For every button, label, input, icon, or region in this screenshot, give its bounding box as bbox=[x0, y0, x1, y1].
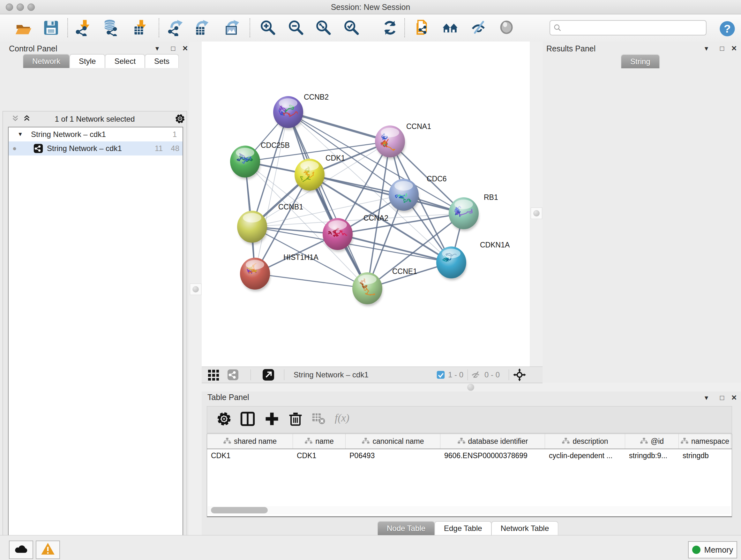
table-panel-float-icon[interactable]: □ bbox=[720, 392, 724, 403]
zoom-fit-icon[interactable] bbox=[315, 19, 332, 36]
network-node-CCNE1[interactable] bbox=[352, 272, 383, 306]
import-network-database-icon[interactable] bbox=[103, 19, 119, 36]
left-splitter-handle[interactable] bbox=[190, 284, 201, 295]
function-builder-icon[interactable]: f(x) bbox=[335, 412, 351, 429]
column-header-canonical-name[interactable]: canonical name bbox=[346, 434, 441, 449]
network-node-CDC25B[interactable] bbox=[230, 145, 260, 179]
network-row[interactable]: ● String Network – cdk1 11 48 bbox=[9, 141, 183, 155]
results-panel-menu-icon[interactable]: ▾ bbox=[704, 43, 708, 54]
network-node-CDC6[interactable] bbox=[389, 179, 419, 212]
node-label-CDC6: CDC6 bbox=[427, 175, 447, 183]
zoom-selected-icon[interactable] bbox=[343, 19, 360, 36]
create-column-icon[interactable] bbox=[264, 411, 280, 428]
results-panel-float-icon[interactable]: □ bbox=[720, 43, 724, 54]
network-edge bbox=[255, 273, 367, 288]
collection-expand-icon[interactable]: ▼ bbox=[17, 127, 23, 141]
tab-network[interactable]: Network bbox=[23, 54, 70, 68]
right-splitter[interactable] bbox=[530, 42, 542, 367]
memory-status-dot-icon bbox=[692, 546, 700, 554]
table-cell: stringdb bbox=[679, 449, 731, 462]
open-session-icon[interactable] bbox=[15, 19, 31, 36]
table-panel-menu-icon[interactable]: ▾ bbox=[704, 392, 708, 403]
network-current-dot-icon: ● bbox=[12, 141, 17, 155]
cloud-status-button[interactable] bbox=[9, 541, 33, 559]
search-box bbox=[549, 20, 706, 36]
tab-select[interactable]: Select bbox=[105, 54, 145, 68]
selected-node-edge-counts: 1 - 0 bbox=[448, 367, 463, 383]
node-label-RB1: RB1 bbox=[484, 193, 498, 201]
refresh-icon[interactable] bbox=[382, 19, 398, 36]
network-badge-icon[interactable] bbox=[227, 369, 239, 382]
birds-eye-view-icon[interactable] bbox=[207, 369, 219, 382]
column-header-label: namespace bbox=[691, 437, 729, 446]
table-options-gear-icon[interactable] bbox=[216, 411, 232, 428]
export-table-icon[interactable] bbox=[194, 19, 210, 36]
zoom-out-icon[interactable] bbox=[288, 19, 305, 36]
network-node-CDKN1A[interactable] bbox=[436, 246, 467, 280]
tab-style[interactable]: Style bbox=[70, 54, 105, 68]
table-tabs: Node Table Edge Table Network Table bbox=[378, 521, 558, 535]
network-panel: 1 of 1 Network selected ▼ String Network… bbox=[3, 111, 187, 560]
tab-network-table[interactable]: Network Table bbox=[491, 521, 558, 535]
selected-checkbox-icon[interactable] bbox=[436, 371, 445, 380]
first-neighbors-icon[interactable] bbox=[442, 19, 459, 36]
network-node-RB1[interactable] bbox=[449, 197, 479, 231]
column-header-description[interactable]: description bbox=[545, 434, 625, 449]
import-network-file-icon[interactable] bbox=[75, 19, 91, 36]
import-table-file-icon[interactable] bbox=[131, 19, 148, 36]
search-input[interactable] bbox=[549, 20, 706, 36]
column-header-shared-name[interactable]: shared name bbox=[207, 434, 293, 449]
help-icon[interactable]: ? bbox=[719, 20, 736, 37]
network-node-CCNB1[interactable] bbox=[237, 211, 267, 245]
delete-column-icon[interactable] bbox=[287, 411, 304, 428]
tab-edge-table[interactable]: Edge Table bbox=[434, 521, 491, 535]
fit-content-crosshair-icon[interactable] bbox=[513, 368, 526, 382]
node-label-CCNA2: CCNA2 bbox=[363, 214, 388, 222]
column-header-name[interactable]: name bbox=[293, 434, 346, 449]
export-network-icon[interactable] bbox=[168, 19, 185, 36]
zoom-in-icon[interactable] bbox=[260, 19, 276, 36]
show-all-icon[interactable] bbox=[499, 19, 516, 36]
table-row[interactable]: CDK1CDK1P064939606.ENSP00000378699cyclin… bbox=[207, 449, 732, 462]
right-splitter-handle[interactable] bbox=[531, 207, 542, 219]
export-image-icon[interactable] bbox=[224, 19, 241, 36]
results-panel-close-icon[interactable]: ✕ bbox=[731, 43, 737, 54]
horizontal-splitter[interactable] bbox=[202, 383, 741, 391]
left-splitter[interactable] bbox=[189, 42, 202, 535]
memory-button[interactable]: Memory bbox=[688, 541, 737, 558]
node-label-CDK1: CDK1 bbox=[326, 154, 345, 162]
network-node-CCNB2[interactable] bbox=[273, 96, 304, 130]
horizontal-splitter-handle[interactable] bbox=[467, 384, 474, 391]
save-session-icon[interactable] bbox=[43, 19, 59, 36]
network-collection-row[interactable]: ▼ String Network – cdk1 1 bbox=[9, 127, 183, 141]
network-node-HIST1H1A[interactable] bbox=[240, 258, 270, 292]
network-view-title: String Network – cdk1 bbox=[293, 367, 368, 383]
column-header-namespace[interactable]: namespace bbox=[679, 434, 731, 449]
show-columns-icon[interactable] bbox=[240, 411, 256, 428]
open-in-window-icon[interactable] bbox=[262, 369, 274, 382]
clear-table-icon[interactable] bbox=[312, 411, 328, 428]
column-header--id[interactable]: @id bbox=[625, 434, 679, 449]
column-header-label: shared name bbox=[234, 437, 277, 446]
control-panel-menu-icon[interactable]: ▾ bbox=[155, 43, 159, 54]
network-node-CDK1[interactable] bbox=[294, 159, 325, 192]
table-panel-close-icon[interactable]: ✕ bbox=[731, 392, 737, 403]
warnings-button[interactable] bbox=[36, 541, 60, 559]
node-label-CDC25B: CDC25B bbox=[261, 141, 290, 149]
column-header-database-identifier[interactable]: database identifier bbox=[441, 434, 545, 449]
hide-selected-icon[interactable] bbox=[471, 19, 487, 36]
network-options-gear-icon[interactable] bbox=[175, 113, 185, 125]
tab-sets[interactable]: Sets bbox=[145, 54, 179, 68]
tab-node-table[interactable]: Node Table bbox=[378, 521, 434, 535]
string-import-icon[interactable] bbox=[415, 19, 432, 36]
network-canvas[interactable]: CCNB2CCNA1CDC25BCDK1CDC6RB1CCNB1CCNA2CDK… bbox=[202, 42, 530, 367]
network-edge bbox=[255, 112, 288, 273]
node-label-CCNA1: CCNA1 bbox=[406, 122, 431, 131]
control-panel-float-icon[interactable]: □ bbox=[171, 43, 175, 54]
tab-string[interactable]: String bbox=[621, 55, 660, 68]
network-node-CCNA1[interactable] bbox=[375, 125, 405, 159]
table-horizontal-scrollbar[interactable] bbox=[208, 506, 731, 514]
hidden-eye-icon[interactable] bbox=[471, 370, 481, 381]
control-panel-close-icon[interactable]: ✕ bbox=[182, 43, 188, 54]
toolbar-separator bbox=[250, 18, 250, 37]
